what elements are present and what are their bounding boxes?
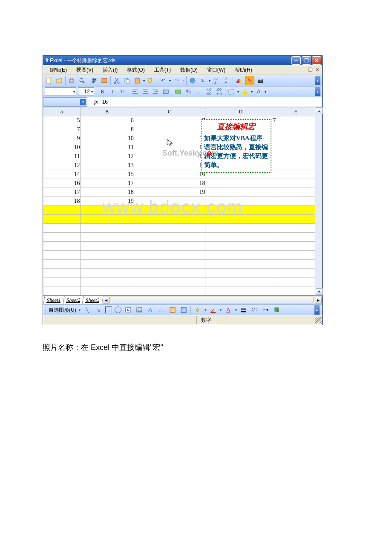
font-color-icon[interactable]: A <box>254 87 263 96</box>
oval-icon[interactable] <box>115 306 121 313</box>
sheet-tab[interactable]: Sheet1 <box>43 296 64 304</box>
menu-insert[interactable]: 插入(I) <box>98 66 122 75</box>
currency-icon[interactable] <box>174 87 182 96</box>
namebox-dropdown-icon[interactable]: ▾ <box>80 99 86 105</box>
line-color-icon[interactable] <box>209 306 217 314</box>
bold-button[interactable]: B <box>98 87 107 96</box>
resize-grip-icon[interactable] <box>315 317 322 324</box>
cut-icon[interactable] <box>112 76 121 85</box>
format-painter-icon[interactable] <box>147 76 155 85</box>
menu-format[interactable]: 格式(O) <box>123 66 149 75</box>
doc-minimize-icon[interactable]: ‒ <box>302 67 306 73</box>
hyperlink-icon[interactable] <box>188 76 197 85</box>
formula-bar[interactable]: 16 <box>101 99 322 105</box>
vertical-scrollbar[interactable]: ▲ ▼ <box>315 107 322 295</box>
open-icon[interactable] <box>55 76 63 85</box>
font-color-draw-dd-icon[interactable]: ▾ <box>235 308 237 312</box>
menu-help[interactable]: 帮助(H) <box>231 66 257 75</box>
scroll-down-icon[interactable]: ▼ <box>316 288 323 295</box>
paste-icon[interactable] <box>133 76 141 85</box>
shadow-icon[interactable] <box>273 306 281 314</box>
drawtb-overflow-icon[interactable]: ▸ <box>314 305 320 315</box>
chart-icon[interactable] <box>235 76 243 85</box>
font-color-draw-icon[interactable]: A <box>224 306 233 314</box>
col-header-B[interactable]: B <box>80 107 134 116</box>
arrow-style-icon[interactable] <box>262 306 270 314</box>
font-color-dropdown-icon[interactable]: ▾ <box>265 90 266 94</box>
doc-restore-icon[interactable]: ❐ <box>308 67 313 73</box>
col-header-D[interactable]: D <box>205 107 276 116</box>
new-icon[interactable] <box>45 76 53 85</box>
line-color-dd-icon[interactable]: ▾ <box>220 308 222 312</box>
autosum-dropdown-icon[interactable]: ▾ <box>209 79 210 83</box>
scrollbar-track[interactable] <box>111 297 314 304</box>
diagram-icon[interactable] <box>157 306 166 314</box>
rectangle-icon[interactable] <box>105 306 112 313</box>
sort-desc-icon[interactable]: Z↓A <box>222 76 231 85</box>
scroll-right-icon[interactable]: ▶ <box>315 297 322 304</box>
col-header-A[interactable]: A <box>43 107 81 116</box>
menu-tools[interactable]: 工具(T) <box>150 66 175 75</box>
borders-icon[interactable] <box>227 87 236 96</box>
fill-draw-dd-icon[interactable]: ▾ <box>205 308 206 312</box>
align-left-icon[interactable] <box>131 87 139 96</box>
undo-icon[interactable]: ↶ <box>159 76 167 85</box>
scroll-up-icon[interactable]: ▲ <box>316 107 323 114</box>
decrease-decimal-icon[interactable]: .00+.0 <box>215 87 223 96</box>
line-weight-icon[interactable] <box>239 306 248 314</box>
spreadsheet-grid[interactable]: A B C D E 5677 789 91011 101112 111213 1… <box>43 107 316 295</box>
sheet-tab[interactable]: Sheet2 <box>63 296 84 304</box>
preview-icon[interactable] <box>78 76 86 85</box>
scroll-left-icon[interactable]: ◀ <box>103 297 110 304</box>
clipart-icon[interactable] <box>168 306 177 314</box>
autoshapes-menu[interactable]: 自选图形(U) <box>49 306 76 314</box>
redo-icon[interactable]: ↷ <box>173 76 181 85</box>
fill-dropdown-icon[interactable]: ▾ <box>251 90 253 94</box>
title-bar[interactable]: ft Excel - 一个特殊删除的宏.xls ‒ ☐ ✕ <box>43 56 322 65</box>
sort-asc-icon[interactable]: A↓Z <box>212 76 221 85</box>
textbox-icon[interactable]: A <box>124 306 133 314</box>
align-center-icon[interactable] <box>141 87 150 96</box>
copy-icon[interactable] <box>123 76 131 85</box>
fx-label[interactable]: fx <box>94 99 98 105</box>
autosum-icon[interactable]: Σ <box>199 76 207 85</box>
font-name-select[interactable]: ▾ <box>45 87 76 96</box>
line-icon[interactable]: ╲ <box>83 306 92 314</box>
italic-button[interactable]: I <box>108 87 117 96</box>
print-icon[interactable] <box>67 76 76 85</box>
fill-color-draw-icon[interactable] <box>193 306 202 314</box>
menu-view[interactable]: 视图(V) <box>72 66 98 75</box>
underline-button[interactable]: U <box>118 87 127 96</box>
insert-picture-icon[interactable] <box>135 306 144 314</box>
percent-button[interactable]: % <box>184 87 193 96</box>
fill-color-icon[interactable] <box>241 87 249 96</box>
increase-decimal-icon[interactable]: +.0.00 <box>205 87 213 96</box>
close-button[interactable]: ✕ <box>312 56 321 65</box>
comma-button[interactable]: , <box>194 87 203 96</box>
drawing-icon[interactable]: ✎ <box>245 76 254 85</box>
wordart-icon[interactable]: A <box>146 306 155 314</box>
sheet-tab[interactable]: Sheet3 <box>82 296 104 304</box>
research-icon[interactable] <box>100 76 109 85</box>
toolbar-overflow-icon[interactable]: ▸ <box>315 76 320 85</box>
doc-close-icon[interactable]: ✕ <box>315 67 320 73</box>
menu-window[interactable]: 窗口(W) <box>203 66 230 75</box>
autoshapes-dropdown-icon[interactable]: ▾ <box>79 308 81 312</box>
spell-icon[interactable]: 梦 <box>90 76 98 85</box>
redo-dropdown-icon[interactable]: ▾ <box>183 79 184 83</box>
undo-dropdown-icon[interactable]: ▾ <box>169 79 171 83</box>
font-size-select[interactable]: 12 ▾ <box>78 87 94 96</box>
menu-edit[interactable]: 编辑(E) <box>46 66 71 75</box>
borders-dropdown-icon[interactable]: ▾ <box>237 90 239 94</box>
name-box[interactable]: ▾ <box>43 97 87 107</box>
toolbar2-overflow-icon[interactable]: ▸ <box>315 87 320 96</box>
dash-style-icon[interactable] <box>251 306 259 314</box>
col-header-C[interactable]: C <box>134 107 205 116</box>
col-header-E[interactable]: E <box>276 107 316 116</box>
align-right-icon[interactable] <box>151 87 160 96</box>
arrow-icon[interactable]: ↘ <box>94 306 103 314</box>
menu-data[interactable]: 数据(D) <box>176 66 202 75</box>
merge-center-icon[interactable] <box>161 87 170 96</box>
paste-dropdown-icon[interactable]: ▾ <box>143 79 145 83</box>
minimize-button[interactable]: ‒ <box>291 56 301 65</box>
